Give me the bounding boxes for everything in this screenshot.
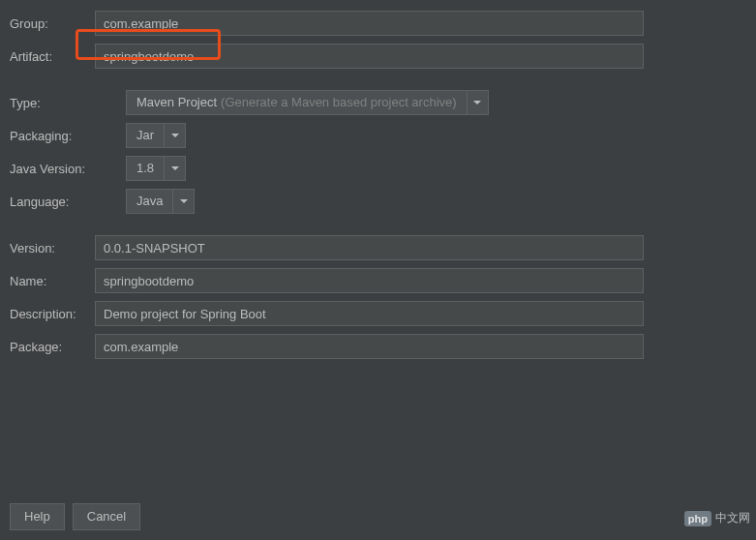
type-label: Type: <box>10 96 126 110</box>
package-label: Package: <box>10 340 95 354</box>
language-value: Java <box>126 189 173 214</box>
version-input[interactable] <box>95 235 644 260</box>
project-settings-form: Group: Artifact: Type: Maven Project (Ge… <box>0 0 756 375</box>
type-select-value: Maven Project (Generate a Maven based pr… <box>126 90 468 115</box>
packaging-label: Packaging: <box>10 129 126 143</box>
type-hint-text: (Generate a Maven based project archive) <box>221 91 457 114</box>
row-artifact: Artifact: <box>10 43 737 70</box>
watermark-text: 中文网 <box>715 510 750 526</box>
artifact-input[interactable] <box>95 44 644 69</box>
type-select-arrow[interactable] <box>468 90 489 115</box>
row-group: Group: <box>10 10 737 37</box>
language-select-arrow[interactable] <box>173 189 195 214</box>
row-package: Package: <box>10 333 737 360</box>
artifact-label: Artifact: <box>10 49 95 64</box>
description-input[interactable] <box>95 301 644 326</box>
type-value-text: Maven Project <box>136 91 217 114</box>
chevron-down-icon <box>171 166 179 170</box>
packaging-select[interactable]: Jar <box>126 123 186 148</box>
row-language: Language: Java <box>10 188 737 215</box>
packaging-select-arrow[interactable] <box>165 123 186 148</box>
watermark: php 中文网 <box>684 510 750 526</box>
java-version-select-arrow[interactable] <box>165 156 186 181</box>
language-select[interactable]: Java <box>126 189 195 214</box>
version-label: Version: <box>10 241 95 255</box>
chevron-down-icon <box>171 134 179 137</box>
row-version: Version: <box>10 234 737 261</box>
row-name: Name: <box>10 267 737 294</box>
row-java-version: Java Version: 1.8 <box>10 155 737 182</box>
row-type: Type: Maven Project (Generate a Maven ba… <box>10 89 737 116</box>
type-select[interactable]: Maven Project (Generate a Maven based pr… <box>126 90 489 115</box>
package-input[interactable] <box>95 334 644 359</box>
java-version-select[interactable]: 1.8 <box>126 156 186 181</box>
row-description: Description: <box>10 300 737 327</box>
row-packaging: Packaging: Jar <box>10 122 737 149</box>
help-button[interactable]: Help <box>10 503 65 530</box>
packaging-value: Jar <box>126 123 165 148</box>
language-label: Language: <box>10 195 126 209</box>
name-input[interactable] <box>95 268 644 293</box>
java-version-label: Java Version: <box>10 162 126 176</box>
java-version-value: 1.8 <box>126 156 165 181</box>
name-label: Name: <box>10 274 95 288</box>
chevron-down-icon <box>180 199 188 203</box>
group-input[interactable] <box>95 11 644 36</box>
chevron-down-icon <box>473 101 481 105</box>
cancel-button[interactable]: Cancel <box>73 503 140 530</box>
dialog-footer: Help Cancel <box>10 503 140 530</box>
description-label: Description: <box>10 307 95 321</box>
group-label: Group: <box>10 16 95 31</box>
watermark-badge: php <box>684 511 711 526</box>
